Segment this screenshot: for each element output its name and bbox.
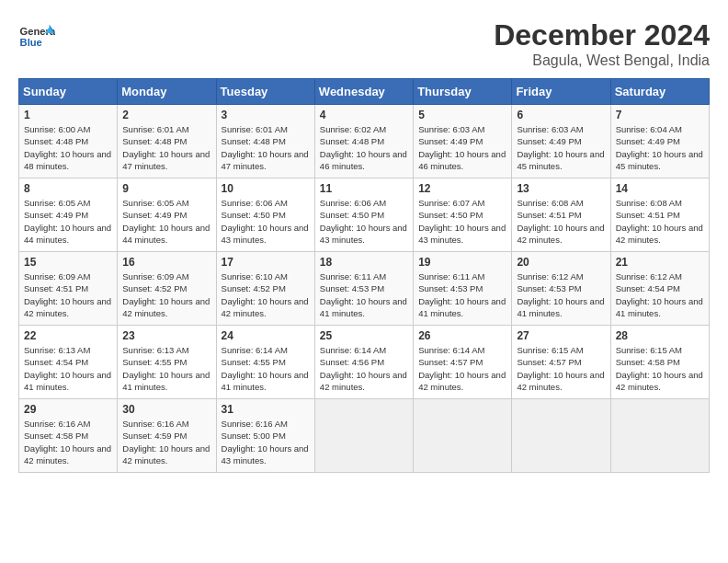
day-number: 16 xyxy=(122,256,210,269)
calendar-week-2: 8Sunrise: 6:05 AM Sunset: 4:49 PM Daylig… xyxy=(19,178,710,252)
table-row: 31Sunrise: 6:16 AM Sunset: 5:00 PM Dayli… xyxy=(216,399,314,473)
day-info: Sunrise: 6:14 AM Sunset: 4:56 PM Dayligh… xyxy=(320,344,408,393)
table-row: 6Sunrise: 6:03 AM Sunset: 4:49 PM Daylig… xyxy=(512,105,610,178)
day-info: Sunrise: 6:12 AM Sunset: 4:53 PM Dayligh… xyxy=(517,270,605,319)
col-thursday: Thursday xyxy=(414,79,512,105)
table-row: 21Sunrise: 6:12 AM Sunset: 4:54 PM Dayli… xyxy=(610,252,709,326)
table-row: 28Sunrise: 6:15 AM Sunset: 4:58 PM Dayli… xyxy=(610,326,709,399)
calendar-week-4: 22Sunrise: 6:13 AM Sunset: 4:54 PM Dayli… xyxy=(19,326,710,399)
day-info: Sunrise: 6:11 AM Sunset: 4:53 PM Dayligh… xyxy=(418,270,506,319)
day-info: Sunrise: 6:00 AM Sunset: 4:48 PM Dayligh… xyxy=(24,123,112,172)
day-info: Sunrise: 6:04 AM Sunset: 4:49 PM Dayligh… xyxy=(616,123,704,172)
table-row: 30Sunrise: 6:16 AM Sunset: 4:59 PM Dayli… xyxy=(118,399,216,473)
day-number: 9 xyxy=(122,182,210,195)
day-info: Sunrise: 6:05 AM Sunset: 4:49 PM Dayligh… xyxy=(122,197,210,246)
title-block: December 2024 Bagula, West Bengal, India xyxy=(494,18,710,69)
day-number: 17 xyxy=(222,256,310,269)
table-row: 9Sunrise: 6:05 AM Sunset: 4:49 PM Daylig… xyxy=(118,178,216,252)
day-info: Sunrise: 6:09 AM Sunset: 4:52 PM Dayligh… xyxy=(122,270,210,319)
day-number: 22 xyxy=(24,329,112,342)
svg-text:Blue: Blue xyxy=(20,37,42,48)
day-number: 21 xyxy=(616,256,704,269)
day-number: 4 xyxy=(320,109,408,121)
day-number: 31 xyxy=(222,403,310,416)
day-number: 30 xyxy=(122,403,210,416)
day-info: Sunrise: 6:14 AM Sunset: 4:55 PM Dayligh… xyxy=(222,344,310,393)
table-row: 20Sunrise: 6:12 AM Sunset: 4:53 PM Dayli… xyxy=(512,252,610,326)
day-info: Sunrise: 6:06 AM Sunset: 4:50 PM Dayligh… xyxy=(320,197,408,246)
table-row: 23Sunrise: 6:13 AM Sunset: 4:55 PM Dayli… xyxy=(118,326,216,399)
col-tuesday: Tuesday xyxy=(216,79,314,105)
day-number: 1 xyxy=(24,109,112,121)
day-info: Sunrise: 6:15 AM Sunset: 4:57 PM Dayligh… xyxy=(517,344,605,393)
day-number: 2 xyxy=(122,109,210,121)
day-info: Sunrise: 6:09 AM Sunset: 4:51 PM Dayligh… xyxy=(24,270,112,319)
table-row: 10Sunrise: 6:06 AM Sunset: 4:50 PM Dayli… xyxy=(216,178,314,252)
logo-icon: General Blue xyxy=(18,18,55,55)
day-number: 29 xyxy=(24,403,112,416)
calendar-body: 1Sunrise: 6:00 AM Sunset: 4:48 PM Daylig… xyxy=(19,105,710,473)
day-info: Sunrise: 6:02 AM Sunset: 4:48 PM Dayligh… xyxy=(320,123,408,172)
table-row: 1Sunrise: 6:00 AM Sunset: 4:48 PM Daylig… xyxy=(19,105,118,178)
day-number: 26 xyxy=(418,329,506,342)
table-row: 27Sunrise: 6:15 AM Sunset: 4:57 PM Dayli… xyxy=(512,326,610,399)
day-info: Sunrise: 6:16 AM Sunset: 4:59 PM Dayligh… xyxy=(122,418,210,466)
day-number: 19 xyxy=(418,256,506,269)
day-info: Sunrise: 6:05 AM Sunset: 4:49 PM Dayligh… xyxy=(24,197,112,246)
col-sunday: Sunday xyxy=(19,79,118,105)
table-row: 22Sunrise: 6:13 AM Sunset: 4:54 PM Dayli… xyxy=(19,326,118,399)
day-info: Sunrise: 6:10 AM Sunset: 4:52 PM Dayligh… xyxy=(222,270,310,319)
day-number: 14 xyxy=(616,182,704,195)
day-info: Sunrise: 6:11 AM Sunset: 4:53 PM Dayligh… xyxy=(320,270,408,319)
table-row: 19Sunrise: 6:11 AM Sunset: 4:53 PM Dayli… xyxy=(414,252,512,326)
table-row: 2Sunrise: 6:01 AM Sunset: 4:48 PM Daylig… xyxy=(118,105,216,178)
day-number: 18 xyxy=(320,256,408,269)
table-row: 11Sunrise: 6:06 AM Sunset: 4:50 PM Dayli… xyxy=(314,178,413,252)
day-number: 10 xyxy=(222,182,310,195)
calendar-week-1: 1Sunrise: 6:00 AM Sunset: 4:48 PM Daylig… xyxy=(19,105,710,178)
location-title: Bagula, West Bengal, India xyxy=(494,52,710,69)
calendar-week-5: 29Sunrise: 6:16 AM Sunset: 4:58 PM Dayli… xyxy=(19,399,710,473)
table-row: 17Sunrise: 6:10 AM Sunset: 4:52 PM Dayli… xyxy=(216,252,314,326)
day-number: 3 xyxy=(222,109,310,121)
day-info: Sunrise: 6:13 AM Sunset: 4:54 PM Dayligh… xyxy=(24,344,112,393)
col-saturday: Saturday xyxy=(610,79,709,105)
day-info: Sunrise: 6:12 AM Sunset: 4:54 PM Dayligh… xyxy=(616,270,704,319)
day-number: 24 xyxy=(222,329,310,342)
day-info: Sunrise: 6:14 AM Sunset: 4:57 PM Dayligh… xyxy=(418,344,506,393)
day-number: 7 xyxy=(616,109,704,121)
day-info: Sunrise: 6:01 AM Sunset: 4:48 PM Dayligh… xyxy=(222,123,310,172)
day-number: 5 xyxy=(418,109,506,121)
col-friday: Friday xyxy=(512,79,610,105)
table-row: 26Sunrise: 6:14 AM Sunset: 4:57 PM Dayli… xyxy=(414,326,512,399)
day-info: Sunrise: 6:06 AM Sunset: 4:50 PM Dayligh… xyxy=(222,197,310,246)
month-title: December 2024 xyxy=(494,18,710,52)
table-row: 4Sunrise: 6:02 AM Sunset: 4:48 PM Daylig… xyxy=(314,105,413,178)
day-number: 23 xyxy=(122,329,210,342)
logo: General Blue xyxy=(18,18,55,55)
day-info: Sunrise: 6:08 AM Sunset: 4:51 PM Dayligh… xyxy=(517,197,605,246)
day-info: Sunrise: 6:13 AM Sunset: 4:55 PM Dayligh… xyxy=(122,344,210,393)
calendar-header-row: Sunday Monday Tuesday Wednesday Thursday… xyxy=(19,79,710,105)
day-info: Sunrise: 6:03 AM Sunset: 4:49 PM Dayligh… xyxy=(517,123,605,172)
calendar-week-3: 15Sunrise: 6:09 AM Sunset: 4:51 PM Dayli… xyxy=(19,252,710,326)
table-row xyxy=(610,399,709,473)
day-info: Sunrise: 6:16 AM Sunset: 5:00 PM Dayligh… xyxy=(222,418,310,466)
col-monday: Monday xyxy=(118,79,216,105)
day-info: Sunrise: 6:15 AM Sunset: 4:58 PM Dayligh… xyxy=(616,344,704,393)
table-row: 16Sunrise: 6:09 AM Sunset: 4:52 PM Dayli… xyxy=(118,252,216,326)
table-row: 8Sunrise: 6:05 AM Sunset: 4:49 PM Daylig… xyxy=(19,178,118,252)
day-number: 27 xyxy=(517,329,605,342)
calendar: Sunday Monday Tuesday Wednesday Thursday… xyxy=(18,78,710,473)
table-row xyxy=(314,399,413,473)
page-header: General Blue December 2024 Bagula, West … xyxy=(18,18,710,69)
day-info: Sunrise: 6:07 AM Sunset: 4:50 PM Dayligh… xyxy=(418,197,506,246)
table-row: 15Sunrise: 6:09 AM Sunset: 4:51 PM Dayli… xyxy=(19,252,118,326)
table-row xyxy=(512,399,610,473)
day-number: 6 xyxy=(517,109,605,121)
table-row: 13Sunrise: 6:08 AM Sunset: 4:51 PM Dayli… xyxy=(512,178,610,252)
table-row: 18Sunrise: 6:11 AM Sunset: 4:53 PM Dayli… xyxy=(314,252,413,326)
table-row: 3Sunrise: 6:01 AM Sunset: 4:48 PM Daylig… xyxy=(216,105,314,178)
day-info: Sunrise: 6:08 AM Sunset: 4:51 PM Dayligh… xyxy=(616,197,704,246)
day-info: Sunrise: 6:03 AM Sunset: 4:49 PM Dayligh… xyxy=(418,123,506,172)
